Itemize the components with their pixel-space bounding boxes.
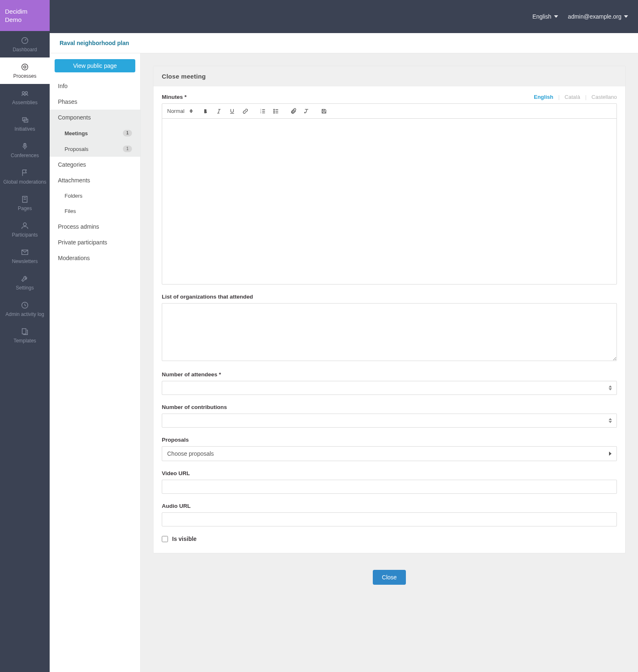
nav-dashboard[interactable]: Dashboard <box>0 31 50 57</box>
snav-components[interactable]: Components <box>50 110 140 125</box>
audio-url-input[interactable] <box>162 512 617 526</box>
view-public-button[interactable]: View public page <box>55 59 135 72</box>
nav-settings[interactable]: Settings <box>0 269 50 296</box>
organizations-textarea[interactable] <box>162 303 617 361</box>
proposals-placeholder: Choose proposals <box>167 450 214 457</box>
envelope-icon <box>2 248 48 257</box>
snav-proposals-label: Proposals <box>65 146 89 152</box>
breadcrumb[interactable]: Raval neighborhood plan <box>60 40 129 46</box>
rte-unordered-list-button[interactable] <box>271 107 281 116</box>
wrench-icon <box>2 274 48 283</box>
secondary-nav: View public page Info Phases Components … <box>50 53 141 672</box>
svg-point-9 <box>23 223 26 226</box>
svg-point-1 <box>22 64 28 70</box>
svg-point-2 <box>24 66 26 68</box>
lang-tab-catala[interactable]: Català <box>565 94 580 100</box>
flag-icon <box>2 168 48 177</box>
snav-meetings[interactable]: Meetings 1 <box>50 125 140 141</box>
processes-icon <box>2 62 48 72</box>
nav-label: Conferences <box>2 153 48 158</box>
caret-down-icon <box>624 15 628 18</box>
user-menu[interactable]: admin@example.org <box>568 13 628 20</box>
rte-toolbar: Normal <box>162 104 616 119</box>
rte-underline-button[interactable] <box>228 107 237 116</box>
attendees-input[interactable] <box>162 381 617 395</box>
audio-url-label: Audio URL <box>162 503 617 509</box>
svg-rect-12 <box>22 329 26 334</box>
nav-newsletters[interactable]: Newsletters <box>0 243 50 269</box>
nav-assemblies[interactable]: Assemblies <box>0 84 50 110</box>
nav-label: Admin activity log <box>2 311 48 317</box>
nav-label: Participants <box>2 232 48 238</box>
assemblies-icon <box>2 89 48 98</box>
rte-attachment-button[interactable] <box>289 107 298 116</box>
initiatives-icon <box>2 115 48 124</box>
rte-save-button[interactable] <box>319 107 329 116</box>
rte-link-button[interactable] <box>241 107 250 116</box>
attendees-label: Number of attendees * <box>162 371 617 378</box>
snav-private-participants[interactable]: Private participants <box>50 234 140 250</box>
proposals-select[interactable]: Choose proposals <box>162 446 617 461</box>
nav-label: Pages <box>2 206 48 211</box>
svg-point-3 <box>22 91 25 94</box>
snav-moderations[interactable]: Moderations <box>50 250 140 266</box>
snav-folders-label: Folders <box>65 193 82 199</box>
rte-italic-button[interactable] <box>214 107 223 116</box>
lang-tab-english[interactable]: English <box>534 94 553 100</box>
contributions-input[interactable] <box>162 414 617 428</box>
svg-point-16 <box>273 109 274 110</box>
svg-point-4 <box>25 91 27 94</box>
nav-templates[interactable]: Templates <box>0 322 50 349</box>
dashboard-icon <box>2 36 48 45</box>
titlebar: Raval neighborhood plan <box>50 33 638 53</box>
snav-meetings-label: Meetings <box>65 130 88 136</box>
nav-processes[interactable]: Processes <box>0 57 50 84</box>
nav-label: Processes <box>2 73 48 79</box>
main-content: Close meeting English | Català | Castell… <box>141 53 638 672</box>
is-visible-checkbox[interactable] <box>162 536 168 542</box>
language-switcher[interactable]: English <box>532 13 558 20</box>
snav-phases[interactable]: Phases <box>50 94 140 110</box>
snav-info[interactable]: Info <box>50 78 140 94</box>
nav-global-moderations[interactable]: Global moderations <box>0 163 50 190</box>
svg-point-18 <box>273 112 274 113</box>
nav-conferences[interactable]: Conferences <box>0 137 50 163</box>
nav-label: Newsletters <box>2 258 48 264</box>
primary-nav: Decidim Demo Dashboard Processes Assembl… <box>0 0 50 672</box>
minutes-textarea[interactable] <box>162 119 616 284</box>
svg-text:3: 3 <box>260 112 261 114</box>
nav-label: Dashboard <box>2 47 48 53</box>
snav-proposals[interactable]: Proposals 1 <box>50 141 140 157</box>
nav-participants[interactable]: Participants <box>0 216 50 243</box>
rte-format-select[interactable]: Normal <box>166 106 185 116</box>
card-title: Close meeting <box>154 66 625 86</box>
topbar: English admin@example.org <box>50 0 638 33</box>
clock-icon <box>2 301 48 310</box>
language-label: English <box>532 13 552 20</box>
nav-label: Templates <box>2 338 48 344</box>
video-url-input[interactable] <box>162 480 617 494</box>
rte-bold-button[interactable] <box>201 107 210 116</box>
select-arrows-icon <box>189 109 193 113</box>
nav-label: Settings <box>2 285 48 291</box>
nav-label: Assemblies <box>2 100 48 105</box>
nav-admin-activity-log[interactable]: Admin activity log <box>0 296 50 322</box>
snav-attachments[interactable]: Attachments <box>50 172 140 188</box>
nav-initiatives[interactable]: Initiatives <box>0 110 50 137</box>
video-url-label: Video URL <box>162 470 617 476</box>
lang-tab-castellano[interactable]: Castellano <box>592 94 617 100</box>
rte-ordered-list-button[interactable]: 123 <box>258 107 267 116</box>
close-submit-button[interactable]: Close <box>373 570 406 585</box>
snav-files[interactable]: Files <box>50 203 140 219</box>
is-visible-label: Is visible <box>172 536 197 542</box>
proposals-label: Proposals <box>162 437 617 443</box>
snav-folders[interactable]: Folders <box>50 188 140 203</box>
rte-clear-format-button[interactable] <box>302 107 311 116</box>
contributions-label: Number of contributions <box>162 404 617 410</box>
snav-process-admins[interactable]: Process admins <box>50 219 140 234</box>
organizations-label: List of organizations that attended <box>162 294 617 300</box>
caret-right-icon <box>609 452 612 456</box>
snav-categories[interactable]: Categories <box>50 157 140 172</box>
caret-down-icon <box>554 15 558 18</box>
nav-pages[interactable]: Pages <box>0 190 50 216</box>
